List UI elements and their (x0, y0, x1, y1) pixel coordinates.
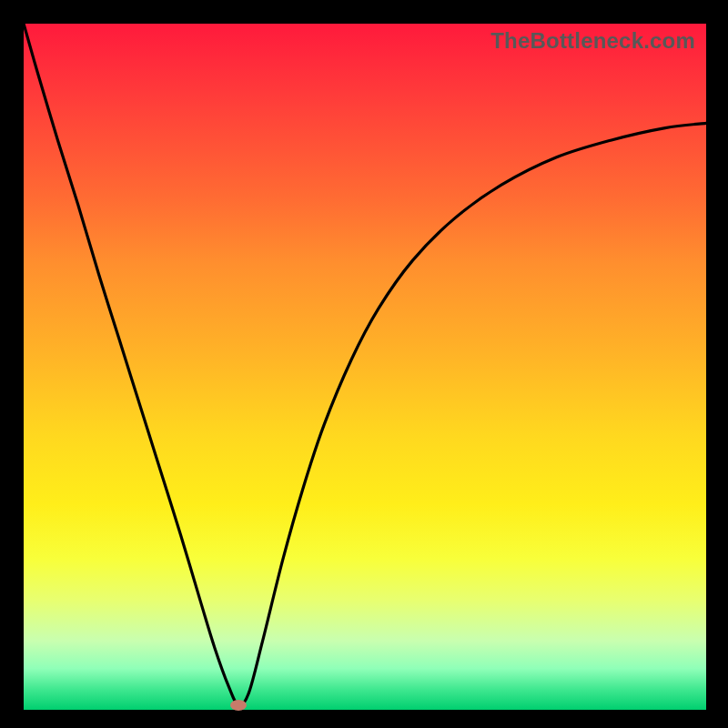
bottleneck-curve (24, 24, 706, 710)
chart-plot-area: TheBottleneck.com (24, 24, 706, 710)
